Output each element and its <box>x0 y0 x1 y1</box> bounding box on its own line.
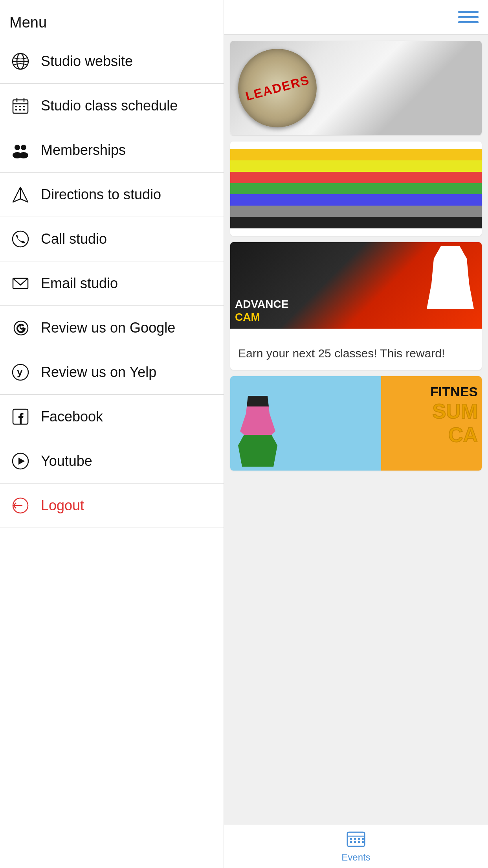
card-body-camp: Earn your next 25 classes! This reward! <box>230 337 482 370</box>
menu-item-studio-website[interactable]: Studio website <box>0 39 224 84</box>
menu-item-directions[interactable]: Directions to studio <box>0 173 224 217</box>
content-header <box>224 0 488 35</box>
svg-point-13 <box>15 145 20 150</box>
phone-icon <box>9 228 31 250</box>
card-image-compass: LEADERS <box>230 41 482 135</box>
svg-rect-32 <box>354 838 356 840</box>
svg-rect-31 <box>350 838 352 840</box>
menu-label-memberships: Memberships <box>41 142 126 158</box>
compass-face: LEADERS <box>238 49 317 127</box>
svg-rect-37 <box>362 838 364 840</box>
svg-rect-8 <box>15 109 17 110</box>
menu-item-memberships[interactable]: Memberships <box>0 128 224 173</box>
menu-label-facebook: Facebook <box>41 408 103 425</box>
svg-rect-6 <box>19 106 21 107</box>
fitness-title: FITNES SUM CA <box>430 384 478 447</box>
compass-label: LEADERS <box>244 73 311 104</box>
google-icon: G <box>9 317 31 339</box>
card-text-camp: Earn your next 25 classes! This reward! <box>238 344 474 362</box>
hamburger-button[interactable] <box>458 11 479 23</box>
svg-rect-5 <box>15 106 17 107</box>
menu-label-email-studio: Email studio <box>41 275 118 292</box>
svg-rect-35 <box>354 841 356 843</box>
feed-card-belts[interactable] <box>230 142 482 236</box>
menu-label-yelp-review: Review us on Yelp <box>41 364 156 381</box>
menu-item-studio-schedule[interactable]: Studio class schedule <box>0 84 224 128</box>
svg-text:y: y <box>17 366 23 378</box>
calendar-grid-icon <box>347 831 365 850</box>
navigation-icon <box>9 184 31 206</box>
camp-title: ADVANCECAM <box>235 298 288 324</box>
camp-illustration: ADVANCECAM <box>230 242 482 329</box>
belt-illustration <box>230 142 482 236</box>
svg-point-14 <box>21 145 26 150</box>
menu-item-yelp-review[interactable]: y Review us on Yelp <box>0 350 224 395</box>
tab-item-events[interactable]: Events <box>326 831 386 863</box>
fitness-illustration: FITNES SUM CA <box>230 376 482 471</box>
svg-rect-7 <box>23 106 25 107</box>
menu-label-logout: Logout <box>41 497 84 514</box>
camp-figure <box>427 246 474 309</box>
svg-text:G: G <box>19 323 25 331</box>
content-feed: LEADERS ADVANCECAM Earn yo <box>224 35 488 825</box>
fitness-text-3: CA <box>430 423 478 447</box>
svg-rect-33 <box>358 838 360 840</box>
svg-rect-9 <box>19 109 21 110</box>
feed-card-fitness[interactable]: FITNES SUM CA <box>230 376 482 471</box>
menu-item-facebook[interactable]: Facebook <box>0 395 224 439</box>
facebook-icon <box>9 406 31 428</box>
menu-item-email-studio[interactable]: Email studio <box>0 261 224 306</box>
email-icon <box>9 272 31 294</box>
card-image-belts <box>230 142 482 236</box>
svg-rect-10 <box>23 109 25 110</box>
svg-point-19 <box>13 231 28 247</box>
svg-rect-38 <box>362 841 364 843</box>
feed-card-compass[interactable]: LEADERS <box>230 41 482 135</box>
menu-label-studio-schedule: Studio class schedule <box>41 97 178 114</box>
menu-item-call-studio[interactable]: Call studio <box>0 217 224 261</box>
card-image-camp: ADVANCECAM <box>230 242 482 337</box>
youtube-icon <box>9 450 31 472</box>
menu-label-google-review: Review us on Google <box>41 320 175 336</box>
feed-card-camp[interactable]: ADVANCECAM Earn your next 25 classes! Th… <box>230 242 482 370</box>
globe-icon <box>9 50 31 72</box>
menu-item-google-review[interactable]: G Review us on Google <box>0 306 224 350</box>
menu-label-studio-website: Studio website <box>41 53 133 70</box>
group-icon <box>9 139 31 161</box>
menu-label-directions: Directions to studio <box>41 186 161 203</box>
fitness-figure <box>238 396 277 467</box>
tab-label-events: Events <box>341 852 370 863</box>
tab-bar: Events <box>224 825 488 868</box>
hamburger-line-3 <box>458 21 479 23</box>
svg-point-16 <box>19 152 28 158</box>
svg-rect-36 <box>358 841 360 843</box>
compass-illustration: LEADERS <box>230 41 482 135</box>
calendar-icon <box>9 95 31 117</box>
card-image-fitness: FITNES SUM CA <box>230 376 482 471</box>
fitness-text-1: FITNES <box>430 384 478 399</box>
hamburger-line-2 <box>458 16 479 18</box>
menu-label-youtube: Youtube <box>41 453 92 469</box>
hamburger-line-1 <box>458 11 479 13</box>
menu-panel: Menu Studio website <box>0 0 224 868</box>
menu-title: Menu <box>0 0 224 39</box>
menu-item-logout[interactable]: Logout <box>0 484 224 528</box>
yelp-icon: y <box>9 361 31 383</box>
menu-label-call-studio: Call studio <box>41 231 107 247</box>
logout-icon <box>9 495 31 517</box>
content-panel: LEADERS ADVANCECAM Earn yo <box>224 0 488 868</box>
svg-marker-26 <box>18 458 25 465</box>
fitness-text-2: SUM <box>430 399 478 423</box>
menu-item-youtube[interactable]: Youtube <box>0 439 224 484</box>
svg-rect-34 <box>350 841 352 843</box>
